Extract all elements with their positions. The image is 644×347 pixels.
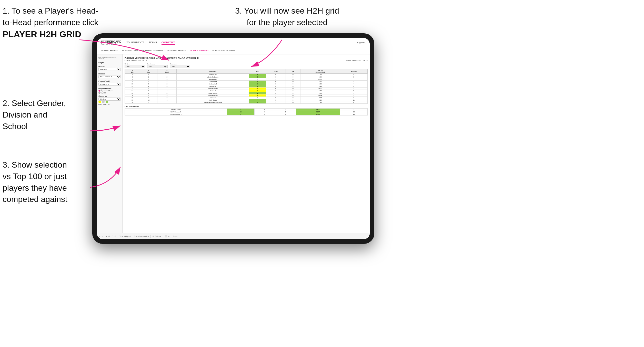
filter-conference-label: Conference — [147, 63, 168, 65]
navbar: SCOREBOARD Powered by clippd TOURNAMENTS… — [97, 38, 370, 47]
instruction-bottom-left: 3. Show selection vs Top 100 or just pla… — [3, 159, 90, 205]
sidebar: Last Updated: 27/03/2024 16:55:38 Player… — [97, 54, 123, 239]
toolbar-redo[interactable]: ↪ — [105, 235, 107, 237]
sidebar-player-rank-select[interactable]: 8. Katelyn Vo — [98, 83, 121, 86]
subnav-player-h2h-heatmap[interactable]: PLAYER H2H HEATMAP — [213, 50, 236, 52]
filter-row: Region (All) Conference (All) Opponent — [125, 63, 368, 68]
table-row: 6 3 3 Sydney Kuo 0 1 0 -1.00 — [125, 78, 368, 81]
subnav-team-summary[interactable]: TEAM SUMMARY — [101, 50, 118, 52]
toolbar-save-custom[interactable]: Save Custom View — [134, 235, 149, 237]
th-div: #Div — [125, 69, 140, 74]
main-content: Last Updated: 27/03/2024 16:55:38 Player… — [97, 54, 370, 239]
out-of-division-title: Out of division — [125, 105, 368, 108]
bottom-toolbar: ↩ ← ↪ ⊞ ↶ ⊙ View: Original Save Custom V… — [97, 233, 370, 239]
subnav: TEAM SUMMARY TEAM H2H GRID TEAM H2H HEAT… — [97, 47, 370, 54]
sidebar-gender-select[interactable]: Women's — [98, 68, 121, 71]
toolbar-view-original[interactable]: View: Original — [119, 235, 130, 237]
sidebar-opponent-view-section: Opponent view Opponents Played Top 100 — [98, 88, 121, 94]
th-tie: Tie — [286, 69, 300, 74]
toolbar-sort[interactable]: ≡ — [168, 235, 169, 237]
nav-teams[interactable]: TEAMS — [149, 41, 157, 45]
toolbar-back[interactable]: ← — [102, 235, 104, 237]
th-rounds: Rounds — [340, 69, 367, 74]
radio-dot-unselected — [98, 92, 100, 94]
instruction-line1: 1. To see a Player's Head- — [3, 6, 98, 15]
table-row: 10 6 3 Andrea York 2 0 0 4.00 4 — [125, 83, 368, 85]
radio-top-100[interactable]: Top 100 — [98, 92, 121, 94]
overall-record: Overall Record: 353 - 34 - 6 — [125, 60, 147, 62]
filter-region-select[interactable]: (All) — [125, 65, 145, 68]
toolbar-sep5 — [171, 235, 171, 238]
toolbar-grid[interactable]: ⊞ — [108, 235, 110, 237]
radio-label-opponents: Opponents Played — [100, 90, 113, 92]
panel-records: Overall Record: 353 - 34 - 6 Division Re… — [125, 60, 368, 62]
toolbar-frame[interactable]: ⬜ — [165, 235, 167, 237]
table-row: 20 11 7 Federica Domecq Lacroze 2 1 0 1.… — [125, 101, 368, 104]
colour-label-level: Level — [103, 104, 106, 105]
toolbar-sep2 — [132, 235, 132, 238]
sidebar-player-label: Player — [98, 62, 121, 63]
filter-opponent-select[interactable]: (All) — [170, 65, 190, 68]
sidebar-colour-section: Colour by Win/loss Down Level Up — [98, 95, 121, 105]
subnav-player-summary[interactable]: PLAYER SUMMARY — [167, 50, 186, 52]
toolbar-sep3 — [150, 235, 151, 238]
radio-label-top100: Top 100 — [100, 92, 106, 94]
instruction-top-left: 1. To see a Player's Head- to-Head perfo… — [3, 5, 100, 40]
sidebar-division-select[interactable]: NCAA Division III — [98, 75, 121, 78]
toolbar-sep1 — [118, 235, 118, 238]
radio-dot-selected — [98, 90, 100, 92]
sidebar-gender-section: Gender Women's — [98, 65, 121, 71]
toolbar-share[interactable]: Share — [173, 235, 178, 237]
sidebar-division-section: Division NCAA Division III — [98, 73, 121, 78]
nav-sign-out[interactable]: Sign out — [357, 41, 366, 44]
table-row: 11 2 5 Heejo Hyun 1 0 0 3.33 3 — [125, 85, 368, 88]
sidebar-colour-select[interactable]: Win/loss — [98, 98, 121, 101]
table-row: 3 1 1 Esther Lee 1 0 0 1.50 4 — [125, 74, 368, 76]
panel-title: Katelyn Vo Head-to-Head Grid for Women's… — [125, 56, 368, 59]
instruction-bottom-text: 3. Show selection vs Top 100 or just pla… — [3, 160, 67, 204]
toolbar-settings[interactable]: ⊙ — [115, 235, 116, 237]
colour-label-up: Up — [108, 104, 109, 105]
tablet-screen: SCOREBOARD Powered by clippd TOURNAMENTS… — [97, 38, 370, 239]
nav-committee[interactable]: COMMITTEE — [162, 41, 175, 45]
table-row: 15 8 5 Stella Cheng 1 0 0 1.25 4 — [125, 92, 368, 94]
toolbar-sep4 — [163, 235, 163, 238]
toolbar-undo[interactable]: ↩ — [99, 235, 100, 237]
filter-conference-select[interactable]: (All) — [147, 65, 168, 68]
right-panel: Katelyn Vo Head-to-Head Grid for Women's… — [123, 54, 370, 239]
sidebar-gender-label: Gender — [98, 65, 121, 67]
sidebar-player-rank-label: Player (Rank) — [98, 80, 121, 82]
filter-region: Region (All) — [125, 63, 145, 68]
logo-sub: Powered by clippd — [101, 43, 121, 45]
toolbar-watch[interactable]: 👁 Watch ▾ — [152, 235, 161, 237]
th-diff: Diff AvStrokes/Rnd — [300, 69, 340, 74]
sidebar-player-section: Player — [98, 62, 121, 63]
instruction-line2: to-Head performance click — [3, 18, 98, 27]
table-row: NAIA Division 1 15 0 0 9.267 30 — [125, 111, 368, 113]
filter-conference: Conference (All) — [147, 63, 168, 68]
nav-logo: SCOREBOARD Powered by clippd — [101, 40, 121, 45]
subnav-team-h2h-heatmap[interactable]: TEAM H2H HEATMAP — [142, 50, 163, 52]
th-opponent: Opponent — [177, 69, 249, 74]
colour-dot-down — [98, 101, 101, 103]
main-table: #Div #Reg #Conf Opponent Win Loss Tie Di… — [125, 69, 368, 104]
subnav-player-h2h-grid[interactable]: PLAYER H2H GRID — [190, 50, 208, 52]
th-reg: #Reg — [140, 69, 157, 74]
table-row: Foreign Team 1 0 0 4.500 2 — [125, 109, 368, 111]
division-record: Division Record: 331 - 34 - 6 — [345, 60, 368, 62]
colour-label-down: Down — [98, 104, 102, 105]
table-row: 19 10 6 Emily Chang 4 1 0 0.30 11 — [125, 99, 368, 101]
sidebar-player-rank-section: Player (Rank) 8. Katelyn Vo — [98, 80, 121, 86]
instruction-mid-text: 2. Select Gender, Division and School — [3, 99, 66, 131]
table-row: 9 1 4 Sharon Mun 1 0 0 3.67 3 — [125, 81, 368, 83]
subnav-team-h2h-grid[interactable]: TEAM H2H GRID — [122, 50, 138, 52]
radio-opponents-played[interactable]: Opponents Played — [98, 90, 121, 92]
nav-tournaments[interactable]: TOURNAMENTS — [126, 41, 144, 45]
th-conf: #Conf — [157, 69, 177, 74]
colour-dot-level — [102, 101, 105, 103]
colour-labels: Down Level Up — [98, 104, 121, 105]
instruction-mid-left: 2. Select Gender, Division and School — [3, 98, 90, 132]
toolbar-refresh[interactable]: ↶ — [112, 235, 113, 237]
tablet: SCOREBOARD Powered by clippd TOURNAMENTS… — [92, 33, 374, 244]
table-row: NCAA Division 2 5 0 0 7.400 10 — [125, 113, 368, 115]
